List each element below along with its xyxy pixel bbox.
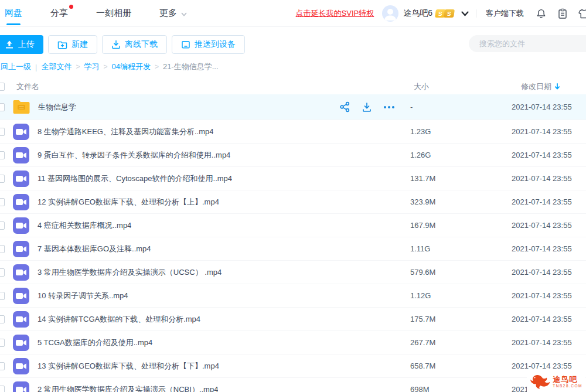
file-name[interactable]: 8 生物学通路KEEG、注释及基因功能富集分析..mp4	[38, 127, 213, 137]
table-row[interactable]: 14 实例讲解TCGA数据的下载、处理和分析.mp4	[0, 307, 586, 330]
avatar[interactable]	[382, 5, 398, 22]
file-name[interactable]: 2 常用生物医学数据库介绍及实操演示（NCBI）..mp4	[38, 384, 218, 392]
file-name[interactable]: 生物信息学	[38, 102, 76, 113]
file-name-cell: 11 基因网络图的展示、Cytoscape软件的介绍和使用..mp4	[38, 173, 410, 184]
bird-logo-icon	[530, 374, 551, 390]
file-name[interactable]: 14 实例讲解TCGA数据的下载、处理和分析.mp4	[38, 314, 200, 325]
column-header-date-label: 修改日期	[521, 81, 551, 92]
file-name[interactable]: 7 基因本体数据库GO及注释..mp4	[38, 244, 151, 254]
file-name-cell: 3 常用生物医学数据库介绍及实操演示（UCSC） .mp4	[38, 267, 410, 278]
table-row[interactable]: 2 常用生物医学数据库介绍及实操演示（NCBI）..mp4	[0, 377, 586, 392]
row-checkbox[interactable]	[0, 103, 5, 111]
row-checkbox[interactable]	[0, 221, 5, 230]
select-all-checkbox[interactable]	[0, 83, 5, 91]
table-row[interactable]: 5 TCGA数据库的介绍及使用..mp4	[0, 330, 586, 354]
table-row[interactable]: 10 转录因子调节关系..mp4	[0, 284, 586, 307]
file-name[interactable]: 5 TCGA数据库的介绍及使用..mp4	[38, 338, 152, 348]
svip-badges[interactable]: S S	[435, 9, 454, 18]
push-to-device-button[interactable]: 推送到设备	[172, 35, 245, 54]
breadcrumb-dev[interactable]: 04编程开发	[111, 62, 150, 72]
file-name[interactable]: 3 常用生物医学数据库介绍及实操演示（UCSC） .mp4	[38, 267, 222, 278]
task-list-icon[interactable]	[557, 8, 568, 19]
file-name[interactable]: 4 癌症相关数据库概况..mp4	[38, 220, 131, 231]
row-checkbox[interactable]	[0, 128, 5, 136]
tab-more[interactable]: 更多	[159, 8, 187, 19]
breadcrumb-separator: >	[103, 63, 107, 71]
file-size: 167.9M	[410, 221, 512, 230]
file-name[interactable]: 12 实例讲解GEO数据库下载、处理和分析【上】.mp4	[38, 197, 219, 207]
row-checkbox[interactable]	[0, 175, 5, 183]
row-checkbox[interactable]	[0, 315, 5, 323]
table-row[interactable]: 生物信息学	[0, 94, 586, 120]
chevron-down-icon	[181, 8, 187, 18]
sort-desc-icon[interactable]	[554, 83, 560, 90]
row-checkbox[interactable]	[0, 245, 5, 253]
client-download-link[interactable]: 客户端下载	[486, 8, 524, 19]
svip-renew-link[interactable]: 点击延长我的SVIP特权	[296, 8, 374, 19]
row-checkbox[interactable]	[0, 292, 5, 300]
video-file-icon	[12, 357, 30, 375]
file-size: 267.7M	[410, 338, 512, 347]
file-name[interactable]: 9 蛋白互作、转录因子条件关系数据库的介绍和使用..mp4	[38, 150, 230, 161]
offline-download-icon	[111, 40, 121, 49]
upload-icon	[5, 40, 14, 49]
breadcrumb-current: 21-生物信息学...	[163, 62, 219, 72]
table-row[interactable]: 9 蛋白互作、转录因子条件关系数据库的介绍和使用..mp4	[0, 143, 586, 166]
table-row[interactable]: 4 癌症相关数据库概况..mp4	[0, 213, 586, 237]
file-date: 2021-07-14 23:55	[512, 103, 586, 111]
row-checkbox[interactable]	[0, 268, 5, 277]
row-checkbox[interactable]	[0, 339, 5, 347]
file-size: 1.12G	[410, 291, 512, 300]
breadcrumb-all-files[interactable]: 全部文件	[41, 62, 71, 72]
column-header-date[interactable]: 修改日期	[512, 81, 586, 92]
file-size: 1.11G	[410, 244, 512, 253]
file-date: 2021-07-14 23:55	[512, 362, 586, 370]
row-checkbox[interactable]	[0, 198, 5, 206]
file-icon	[12, 123, 30, 141]
upload-label: 上传	[18, 39, 35, 50]
breadcrumb-study[interactable]: 学习	[84, 62, 99, 72]
file-name-cell: 10 转录因子调节关系..mp4	[38, 291, 410, 301]
table-row[interactable]: 11 基因网络图的展示、Cytoscape软件的介绍和使用..mp4	[0, 166, 586, 190]
search-input[interactable]	[469, 35, 586, 52]
user-menu-chevron-icon[interactable]	[461, 8, 469, 19]
table-row[interactable]: 3 常用生物医学数据库介绍及实操演示（UCSC） .mp4	[0, 260, 586, 284]
file-icon	[12, 311, 30, 328]
table-row[interactable]: 8 生物学通路KEEG、注释及基因功能富集分析..mp4	[0, 120, 586, 143]
file-size: 698M	[410, 385, 512, 392]
back-link[interactable]: 返回上一级	[0, 62, 31, 72]
column-header-size[interactable]: 大小	[410, 81, 512, 92]
tab-netdisk[interactable]: 网盘	[5, 8, 22, 19]
more-icon[interactable]	[383, 105, 395, 109]
username[interactable]: 途鸟吧6	[403, 8, 432, 19]
tab-album[interactable]: 一刻相册	[96, 8, 131, 19]
upload-button[interactable]: 上传	[0, 35, 43, 54]
file-name[interactable]: 11 基因网络图的展示、Cytoscape软件的介绍和使用..mp4	[38, 173, 232, 184]
row-checkbox[interactable]	[0, 151, 5, 159]
offline-download-label: 离线下载	[125, 39, 158, 50]
file-icon	[12, 381, 30, 392]
watermark-title: 途鸟吧	[553, 376, 582, 383]
tab-share-label: 分享	[50, 8, 68, 19]
file-size: 658.7M	[410, 362, 512, 370]
new-folder-button[interactable]: 新建	[48, 35, 97, 54]
offline-download-button[interactable]: 离线下载	[102, 35, 167, 54]
video-file-icon	[12, 193, 30, 211]
table-row[interactable]: 13 实例讲解GEO数据库下载、处理和分析【下】.mp4	[0, 354, 586, 377]
column-header-name[interactable]: 文件名	[16, 81, 410, 92]
bell-icon[interactable]	[536, 8, 547, 19]
shirt-icon[interactable]	[578, 8, 586, 19]
file-table-header: 文件名 大小 修改日期	[0, 79, 586, 94]
row-checkbox[interactable]	[0, 362, 5, 370]
row-checkbox[interactable]	[0, 386, 5, 392]
table-row[interactable]: 7 基因本体数据库GO及注释..mp4	[0, 237, 586, 260]
tab-share[interactable]: 分享	[50, 8, 68, 19]
file-name[interactable]: 13 实例讲解GEO数据库下载、处理和分析【下】.mp4	[38, 361, 219, 371]
file-size: 1.26G	[410, 151, 512, 159]
file-icon	[12, 100, 30, 115]
download-icon[interactable]	[362, 102, 372, 113]
share-icon[interactable]	[339, 101, 350, 113]
table-row[interactable]: 12 实例讲解GEO数据库下载、处理和分析【上】.mp4	[0, 190, 586, 213]
file-name[interactable]: 10 转录因子调节关系..mp4	[38, 291, 128, 301]
file-icon	[12, 240, 30, 258]
